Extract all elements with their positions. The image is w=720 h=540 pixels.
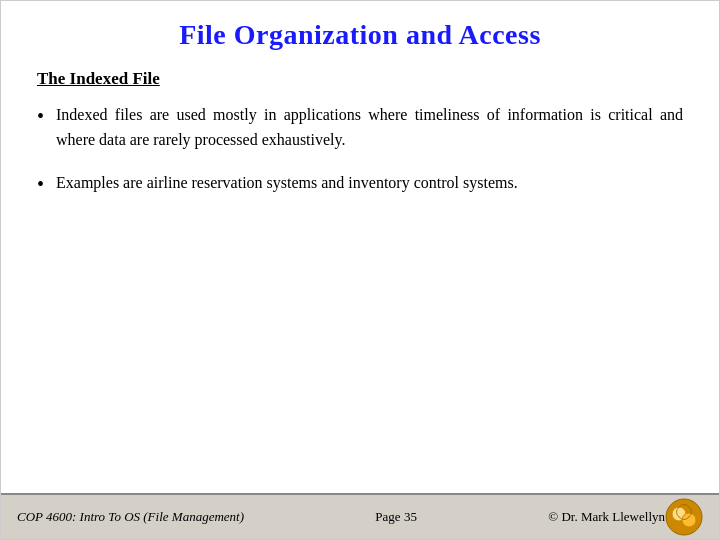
bullet-dot-1: •	[37, 101, 44, 132]
footer-right-group: © Dr. Mark Llewellyn	[548, 498, 703, 536]
footer-left-text: COP 4600: Intro To OS (File Management)	[17, 509, 244, 525]
bullet-dot-2: •	[37, 169, 44, 200]
bullet-item-2: • Examples are airline reservation syste…	[37, 171, 683, 200]
footer-center-text: Page 35	[375, 509, 417, 525]
slide-content: The Indexed File • Indexed files are use…	[1, 61, 719, 493]
bullet-text-1: Indexed files are used mostly in applica…	[56, 103, 683, 153]
svg-point-2	[682, 513, 696, 527]
slide-header: File Organization and Access	[1, 1, 719, 61]
slide-title: File Organization and Access	[31, 19, 689, 51]
bullet-item-1: • Indexed files are used mostly in appli…	[37, 103, 683, 153]
footer-right-text: © Dr. Mark Llewellyn	[548, 509, 665, 525]
bullet-text-2: Examples are airline reservation systems…	[56, 171, 683, 196]
slide: File Organization and Access The Indexed…	[0, 0, 720, 540]
slide-footer: COP 4600: Intro To OS (File Management) …	[1, 493, 719, 539]
section-heading: The Indexed File	[37, 69, 683, 89]
footer-logo-icon	[665, 498, 703, 536]
